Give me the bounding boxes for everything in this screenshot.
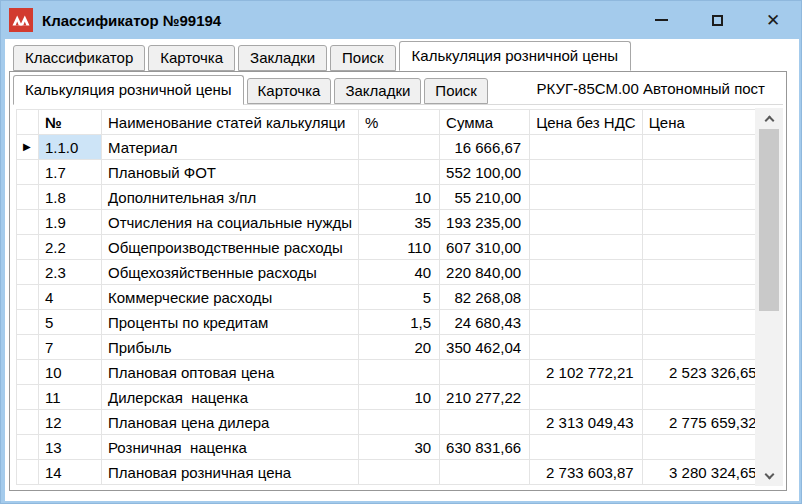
cell-name[interactable]: Коммерческие расходы xyxy=(102,285,359,310)
cell-name[interactable]: Плановая цена дилера xyxy=(102,410,359,435)
cell-name[interactable]: Материал xyxy=(102,135,359,160)
row-selector-cell[interactable] xyxy=(17,160,39,185)
cell-name[interactable]: Дополнительная з/пл xyxy=(102,185,359,210)
cell-cena[interactable] xyxy=(642,210,765,235)
cell-cena[interactable]: 2 775 659,32 xyxy=(642,410,765,435)
cell-pct[interactable] xyxy=(359,360,440,385)
tab-zakladki[interactable]: Закладки xyxy=(238,45,327,71)
tab-kartochka[interactable]: Карточка xyxy=(148,45,235,71)
cell-cena[interactable] xyxy=(642,260,765,285)
cell-bez_nds[interactable] xyxy=(530,335,643,360)
tab-klassifikator[interactable]: Классификатор xyxy=(13,45,145,71)
cell-summa[interactable]: 607 310,00 xyxy=(440,235,530,260)
column-header-cena[interactable]: Цена xyxy=(642,110,765,135)
cell-pct[interactable]: 1,5 xyxy=(359,310,440,335)
titlebar[interactable]: Классификатор №99194 ✕ xyxy=(1,1,801,39)
table-row[interactable]: 5Проценты по кредитам1,524 680,43 xyxy=(17,310,766,335)
cell-pct[interactable]: 110 xyxy=(359,235,440,260)
row-selector-cell[interactable]: ▶ xyxy=(17,135,39,160)
cell-bez_nds[interactable] xyxy=(530,235,643,260)
cell-cena[interactable] xyxy=(642,385,765,410)
cell-cena[interactable] xyxy=(642,335,765,360)
row-selector-header[interactable] xyxy=(17,110,39,135)
cell-cena[interactable] xyxy=(642,310,765,335)
minimize-button[interactable] xyxy=(633,1,689,39)
cell-no[interactable]: 13 xyxy=(39,435,102,460)
row-selector-cell[interactable] xyxy=(17,385,39,410)
cell-no[interactable]: 11 xyxy=(39,385,102,410)
row-selector-cell[interactable] xyxy=(17,210,39,235)
cell-name[interactable]: Плановая оптовая цена xyxy=(102,360,359,385)
table-row[interactable]: 2.2Общепроизводственные расходы110607 31… xyxy=(17,235,766,260)
row-selector-cell[interactable] xyxy=(17,335,39,360)
table-row[interactable]: 7Прибыль20350 462,04 xyxy=(17,335,766,360)
row-selector-cell[interactable] xyxy=(17,285,39,310)
column-header-summa[interactable]: Сумма xyxy=(440,110,530,135)
scrollbar-thumb[interactable] xyxy=(759,129,779,311)
cell-summa[interactable]: 24 680,43 xyxy=(440,310,530,335)
column-header-no[interactable]: № xyxy=(39,110,102,135)
cell-no[interactable]: 2.2 xyxy=(39,235,102,260)
cell-pct[interactable]: 10 xyxy=(359,185,440,210)
cell-bez_nds[interactable]: 2 733 603,87 xyxy=(530,460,643,485)
subtab-kalkulyaciya[interactable]: Калькуляция розничной цены xyxy=(13,75,244,105)
cell-summa[interactable]: 630 831,66 xyxy=(440,435,530,460)
row-selector-cell[interactable] xyxy=(17,260,39,285)
cell-bez_nds[interactable] xyxy=(530,135,643,160)
cell-name[interactable]: Розничная наценка xyxy=(102,435,359,460)
cell-summa[interactable]: 220 840,00 xyxy=(440,260,530,285)
cell-cena[interactable] xyxy=(642,160,765,185)
column-header-bez-nds[interactable]: Цена без НДС xyxy=(530,110,643,135)
cell-cena[interactable] xyxy=(642,185,765,210)
cell-bez_nds[interactable] xyxy=(530,185,643,210)
table-row[interactable]: 1.8Дополнительная з/пл1055 210,00 xyxy=(17,185,766,210)
tab-kalkulyaciya[interactable]: Калькуляция розничной цены xyxy=(399,41,632,71)
cell-bez_nds[interactable] xyxy=(530,260,643,285)
cell-summa[interactable]: 193 235,00 xyxy=(440,210,530,235)
cell-summa[interactable]: 55 210,00 xyxy=(440,185,530,210)
cell-cena[interactable]: 3 280 324,65 xyxy=(642,460,765,485)
cell-pct[interactable]: 10 xyxy=(359,385,440,410)
column-header-pct[interactable]: % xyxy=(359,110,440,135)
cell-bez_nds[interactable] xyxy=(530,310,643,335)
cell-pct[interactable]: 20 xyxy=(359,335,440,360)
cell-pct[interactable] xyxy=(359,410,440,435)
table-row[interactable]: 11Дилерская наценка10210 277,22 xyxy=(17,385,766,410)
table-row[interactable]: ▶1.1.0Материал16 666,67 xyxy=(17,135,766,160)
row-selector-cell[interactable] xyxy=(17,310,39,335)
table-row[interactable]: 12Плановая цена дилера2 313 049,432 775 … xyxy=(17,410,766,435)
cell-cena[interactable] xyxy=(642,235,765,260)
cell-bez_nds[interactable] xyxy=(530,210,643,235)
vertical-scrollbar[interactable] xyxy=(755,108,783,486)
cell-pct[interactable] xyxy=(359,160,440,185)
subtab-poisk[interactable]: Поиск xyxy=(424,78,488,104)
cell-no[interactable]: 1.9 xyxy=(39,210,102,235)
table-row[interactable]: 10Плановая оптовая цена2 102 772,212 523… xyxy=(17,360,766,385)
cell-no[interactable]: 2.3 xyxy=(39,260,102,285)
table-row[interactable]: 1.9Отчисления на социальные нужды35193 2… xyxy=(17,210,766,235)
cell-no[interactable]: 4 xyxy=(39,285,102,310)
tab-poisk[interactable]: Поиск xyxy=(330,45,396,71)
cell-name[interactable]: Общепроизводственные расходы xyxy=(102,235,359,260)
cell-pct[interactable]: 35 xyxy=(359,210,440,235)
cell-summa[interactable]: 210 277,22 xyxy=(440,385,530,410)
cell-summa[interactable] xyxy=(440,360,530,385)
cell-bez_nds[interactable]: 2 102 772,21 xyxy=(530,360,643,385)
cell-pct[interactable]: 5 xyxy=(359,285,440,310)
column-header-name[interactable]: Наименование статей калькуляци xyxy=(102,110,359,135)
row-selector-cell[interactable] xyxy=(17,435,39,460)
cell-name[interactable]: Общехозяйственные расходы xyxy=(102,260,359,285)
subtab-kartochka[interactable]: Карточка xyxy=(247,78,332,104)
cell-bez_nds[interactable] xyxy=(530,285,643,310)
subtab-zakladki[interactable]: Закладки xyxy=(334,78,421,104)
scroll-up-button[interactable] xyxy=(755,108,783,128)
cell-summa[interactable]: 82 268,08 xyxy=(440,285,530,310)
table-row[interactable]: 2.3Общехозяйственные расходы40220 840,00 xyxy=(17,260,766,285)
cell-name[interactable]: Проценты по кредитам xyxy=(102,310,359,335)
cell-no[interactable]: 5 xyxy=(39,310,102,335)
table-row[interactable]: 14Плановая розничная цена2 733 603,873 2… xyxy=(17,460,766,485)
cell-no[interactable]: 10 xyxy=(39,360,102,385)
row-selector-cell[interactable] xyxy=(17,185,39,210)
cell-name[interactable]: Плановый ФОТ xyxy=(102,160,359,185)
cell-no[interactable]: 14 xyxy=(39,460,102,485)
